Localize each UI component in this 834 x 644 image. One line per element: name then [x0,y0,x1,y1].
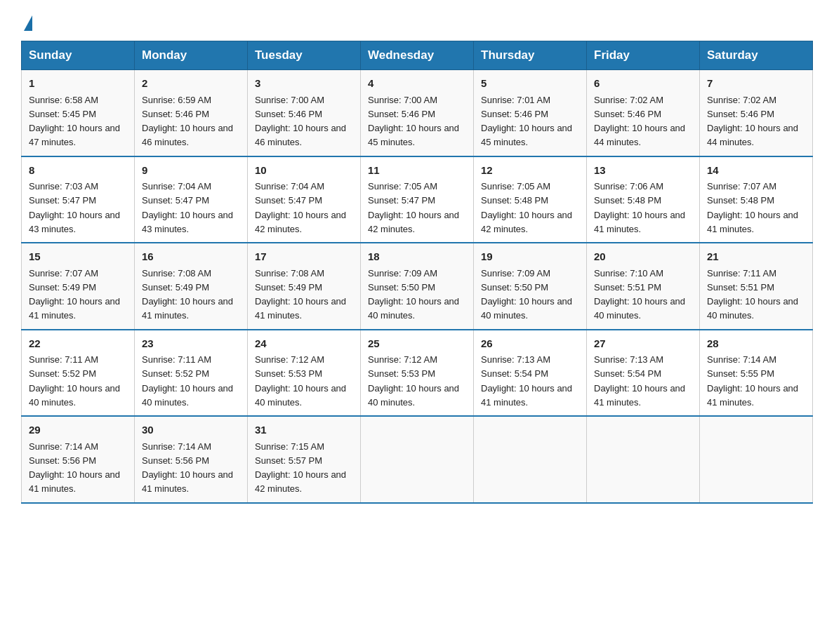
day-number: 21 [707,249,805,265]
calendar-cell: 17Sunrise: 7:08 AMSunset: 5:49 PMDayligh… [248,243,361,330]
calendar-cell: 13Sunrise: 7:06 AMSunset: 5:48 PMDayligh… [587,156,700,243]
header-friday: Friday [587,41,700,70]
calendar-cell: 9Sunrise: 7:04 AMSunset: 5:47 PMDaylight… [135,156,248,243]
calendar-cell: 2Sunrise: 6:59 AMSunset: 5:46 PMDaylight… [135,70,248,156]
day-info: Sunrise: 7:11 AMSunset: 5:52 PMDaylight:… [29,354,120,408]
day-info: Sunrise: 7:03 AMSunset: 5:47 PMDaylight:… [29,181,120,234]
day-info: Sunrise: 6:58 AMSunset: 5:45 PMDaylight:… [29,95,120,148]
header-monday: Monday [135,41,248,70]
calendar-cell: 8Sunrise: 7:03 AMSunset: 5:47 PMDaylight… [22,156,135,243]
calendar-cell: 30Sunrise: 7:14 AMSunset: 5:56 PMDayligh… [135,416,248,503]
calendar-cell: 20Sunrise: 7:10 AMSunset: 5:51 PMDayligh… [587,243,700,330]
day-number: 1 [29,76,127,92]
day-info: Sunrise: 7:05 AMSunset: 5:47 PMDaylight:… [368,181,459,234]
day-info: Sunrise: 7:08 AMSunset: 5:49 PMDaylight:… [255,268,346,321]
header-saturday: Saturday [700,41,813,70]
calendar-cell: 24Sunrise: 7:12 AMSunset: 5:53 PMDayligh… [248,330,361,417]
day-number: 10 [255,163,353,179]
calendar-cell: 3Sunrise: 7:00 AMSunset: 5:46 PMDaylight… [248,70,361,156]
calendar-cell: 14Sunrise: 7:07 AMSunset: 5:48 PMDayligh… [700,156,813,243]
calendar-cell: 10Sunrise: 7:04 AMSunset: 5:47 PMDayligh… [248,156,361,243]
day-info: Sunrise: 7:15 AMSunset: 5:57 PMDaylight:… [255,441,346,495]
day-info: Sunrise: 7:08 AMSunset: 5:49 PMDaylight:… [142,268,233,321]
day-number: 16 [142,249,240,265]
day-number: 5 [481,76,579,92]
day-number: 29 [29,422,127,438]
calendar-cell [700,416,813,503]
day-info: Sunrise: 7:06 AMSunset: 5:48 PMDaylight:… [594,181,685,234]
day-info: Sunrise: 7:09 AMSunset: 5:50 PMDaylight:… [368,268,459,321]
calendar-cell: 11Sunrise: 7:05 AMSunset: 5:47 PMDayligh… [361,156,474,243]
day-info: Sunrise: 7:00 AMSunset: 5:46 PMDaylight:… [255,95,346,148]
day-info: Sunrise: 7:14 AMSunset: 5:56 PMDaylight:… [29,441,120,495]
calendar-week-row: 29Sunrise: 7:14 AMSunset: 5:56 PMDayligh… [22,416,813,503]
day-number: 19 [481,249,579,265]
calendar-table: SundayMondayTuesdayWednesdayThursdayFrid… [21,41,813,504]
calendar-week-row: 8Sunrise: 7:03 AMSunset: 5:47 PMDaylight… [22,156,813,243]
day-number: 9 [142,163,240,179]
calendar-cell: 26Sunrise: 7:13 AMSunset: 5:54 PMDayligh… [474,330,587,417]
day-number: 12 [481,163,579,179]
calendar-cell: 1Sunrise: 6:58 AMSunset: 5:45 PMDaylight… [22,70,135,156]
day-number: 26 [481,336,579,352]
day-number: 23 [142,336,240,352]
day-info: Sunrise: 7:10 AMSunset: 5:51 PMDaylight:… [594,268,685,321]
day-number: 7 [707,76,805,92]
calendar-cell: 23Sunrise: 7:11 AMSunset: 5:52 PMDayligh… [135,330,248,417]
day-info: Sunrise: 7:11 AMSunset: 5:51 PMDaylight:… [707,268,798,321]
day-number: 27 [594,336,692,352]
header-wednesday: Wednesday [361,41,474,70]
calendar-cell: 4Sunrise: 7:00 AMSunset: 5:46 PMDaylight… [361,70,474,156]
day-number: 17 [255,249,353,265]
calendar-cell: 19Sunrise: 7:09 AMSunset: 5:50 PMDayligh… [474,243,587,330]
day-info: Sunrise: 7:04 AMSunset: 5:47 PMDaylight:… [142,181,233,234]
day-number: 2 [142,76,240,92]
day-info: Sunrise: 7:07 AMSunset: 5:49 PMDaylight:… [29,268,120,321]
calendar-cell: 5Sunrise: 7:01 AMSunset: 5:46 PMDaylight… [474,70,587,156]
calendar-cell [474,416,587,503]
calendar-cell: 16Sunrise: 7:08 AMSunset: 5:49 PMDayligh… [135,243,248,330]
calendar-cell: 22Sunrise: 7:11 AMSunset: 5:52 PMDayligh… [22,330,135,417]
day-info: Sunrise: 7:02 AMSunset: 5:46 PMDaylight:… [707,95,798,148]
day-info: Sunrise: 7:07 AMSunset: 5:48 PMDaylight:… [707,181,798,234]
page-header [21,14,813,28]
day-number: 31 [255,422,353,438]
calendar-cell: 12Sunrise: 7:05 AMSunset: 5:48 PMDayligh… [474,156,587,243]
day-info: Sunrise: 7:13 AMSunset: 5:54 PMDaylight:… [481,354,572,408]
day-number: 25 [368,336,466,352]
calendar-cell: 21Sunrise: 7:11 AMSunset: 5:51 PMDayligh… [700,243,813,330]
calendar-cell: 27Sunrise: 7:13 AMSunset: 5:54 PMDayligh… [587,330,700,417]
calendar-header-row: SundayMondayTuesdayWednesdayThursdayFrid… [22,41,813,70]
day-info: Sunrise: 7:14 AMSunset: 5:56 PMDaylight:… [142,441,233,495]
calendar-cell [587,416,700,503]
calendar-cell: 29Sunrise: 7:14 AMSunset: 5:56 PMDayligh… [22,416,135,503]
day-info: Sunrise: 7:11 AMSunset: 5:52 PMDaylight:… [142,354,233,408]
day-info: Sunrise: 7:02 AMSunset: 5:46 PMDaylight:… [594,95,685,148]
calendar-cell [361,416,474,503]
calendar-week-row: 1Sunrise: 6:58 AMSunset: 5:45 PMDaylight… [22,70,813,156]
calendar-cell: 18Sunrise: 7:09 AMSunset: 5:50 PMDayligh… [361,243,474,330]
calendar-cell: 25Sunrise: 7:12 AMSunset: 5:53 PMDayligh… [361,330,474,417]
day-number: 6 [594,76,692,92]
day-number: 4 [368,76,466,92]
day-info: Sunrise: 7:05 AMSunset: 5:48 PMDaylight:… [481,181,572,234]
day-number: 24 [255,336,353,352]
day-info: Sunrise: 7:14 AMSunset: 5:55 PMDaylight:… [707,354,798,408]
day-info: Sunrise: 7:12 AMSunset: 5:53 PMDaylight:… [368,354,459,408]
day-number: 30 [142,422,240,438]
day-number: 11 [368,163,466,179]
day-info: Sunrise: 7:12 AMSunset: 5:53 PMDaylight:… [255,354,346,408]
calendar-cell: 28Sunrise: 7:14 AMSunset: 5:55 PMDayligh… [700,330,813,417]
header-tuesday: Tuesday [248,41,361,70]
day-info: Sunrise: 7:09 AMSunset: 5:50 PMDaylight:… [481,268,572,321]
calendar-week-row: 22Sunrise: 7:11 AMSunset: 5:52 PMDayligh… [22,330,813,417]
logo-triangle-icon [24,15,32,31]
calendar-week-row: 15Sunrise: 7:07 AMSunset: 5:49 PMDayligh… [22,243,813,330]
header-thursday: Thursday [474,41,587,70]
logo [21,14,32,28]
day-info: Sunrise: 7:01 AMSunset: 5:46 PMDaylight:… [481,95,572,148]
day-number: 13 [594,163,692,179]
calendar-cell: 15Sunrise: 7:07 AMSunset: 5:49 PMDayligh… [22,243,135,330]
day-number: 18 [368,249,466,265]
day-number: 8 [29,163,127,179]
